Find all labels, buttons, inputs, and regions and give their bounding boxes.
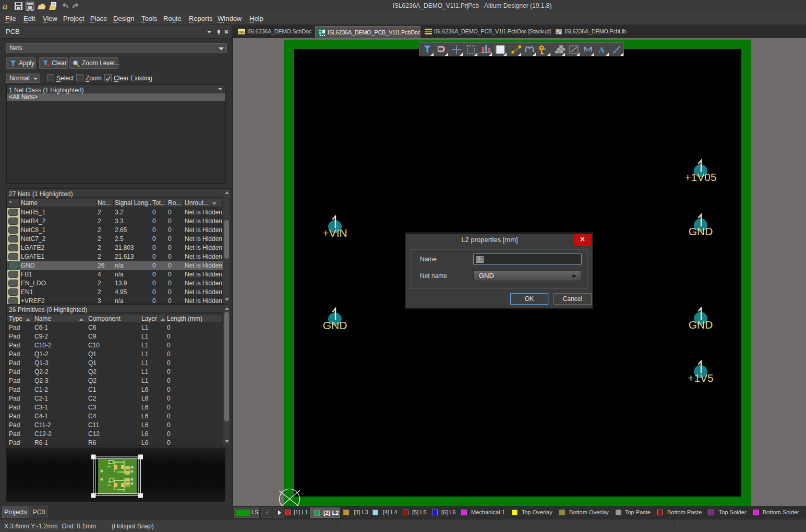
svg-text:10: 10: [586, 47, 591, 52]
svg-text:A: A: [598, 45, 605, 55]
svg-text:a: a: [3, 1, 8, 11]
